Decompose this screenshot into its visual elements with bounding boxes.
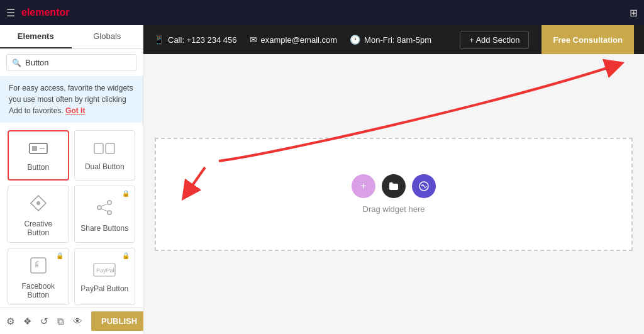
button-widget-label: Button — [27, 163, 49, 172]
top-bar: ☰ elementor ⊞ — [0, 0, 644, 25]
creative-button-label: Creative Button — [13, 220, 64, 237]
app-container: ☰ elementor ⊞ Elements Globals 🔍 For eas… — [0, 0, 644, 334]
canvas-area: + Drag widget he — [143, 54, 644, 334]
drag-controls: + — [352, 174, 436, 198]
drag-text: Drag widget here — [363, 204, 425, 214]
layers-icon[interactable]: ❖ — [23, 316, 31, 327]
search-input[interactable] — [25, 58, 131, 67]
responsive-icon[interactable]: ⧉ — [57, 316, 64, 327]
facebook-button-icon — [30, 257, 47, 278]
button-widget-icon — [29, 142, 48, 159]
search-box: 🔍 — [6, 54, 136, 71]
publish-button[interactable]: PUBLISH — [91, 311, 147, 331]
email-icon: ✉ — [250, 35, 257, 45]
sidebar-tabs: Elements Globals — [0, 25, 143, 49]
hours-text: Mon-Fri: 8am-5pm — [364, 35, 431, 45]
svg-point-7 — [97, 206, 101, 209]
search-icon: 🔍 — [12, 58, 21, 67]
tab-elements[interactable]: Elements — [0, 25, 72, 48]
phone-text: Call: +123 234 456 — [168, 35, 237, 45]
svg-point-6 — [108, 201, 111, 204]
elementor-logo: elementor — [21, 7, 69, 18]
creative-button-icon — [30, 194, 47, 216]
dual-button-label: Dual Button — [85, 162, 125, 171]
svg-point-8 — [108, 211, 111, 214]
share-buttons-icon — [96, 199, 113, 220]
svg-line-10 — [101, 209, 108, 211]
widget-creative-button[interactable]: Creative Button — [8, 186, 69, 243]
svg-line-9 — [101, 204, 108, 206]
element-button[interactable] — [412, 174, 436, 198]
hamburger-icon[interactable]: ☰ — [6, 7, 15, 19]
facebook-button-lock-icon: 🔒 — [56, 252, 64, 259]
folder-button[interactable] — [382, 174, 406, 198]
hint-box: For easy access, favorite the widgets yo… — [0, 76, 143, 123]
widget-paypal-button[interactable]: 🔒 PayPal PayPal Button — [74, 248, 136, 305]
svg-rect-4 — [106, 143, 114, 153]
sidebar: Elements Globals 🔍 For easy access, favo… — [0, 25, 143, 334]
paypal-button-label: PayPal Button — [80, 284, 128, 293]
bottom-bar: ⚙ ❖ ↺ ⧉ 👁 PUBLISH ▲ — [0, 308, 143, 334]
facebook-button-label: Facebook Button — [13, 282, 64, 299]
paypal-button-icon: PayPal — [93, 263, 116, 281]
preview-header: 📱 Call: +123 234 456 ✉ example@email.com… — [143, 25, 644, 54]
widget-dual-button[interactable]: Dual Button — [74, 130, 136, 181]
dual-button-widget-icon — [94, 142, 115, 159]
canvas-inner: + Drag widget he — [155, 138, 633, 251]
clock-icon: 🕐 — [350, 35, 360, 45]
widget-button[interactable]: Button — [8, 130, 69, 181]
widget-facebook-button[interactable]: 🔒 Facebook Button — [8, 248, 69, 305]
canvas-container: 📱 Call: +123 234 456 ✉ example@email.com… — [143, 25, 644, 334]
add-section-button[interactable]: + Add Section — [460, 31, 530, 49]
email-text: example@email.com — [261, 35, 338, 45]
main-area: Elements Globals 🔍 For easy access, favo… — [0, 25, 644, 334]
settings-icon[interactable]: ⚙ — [6, 316, 14, 327]
paypal-button-lock-icon: 🔒 — [122, 252, 130, 259]
share-buttons-lock-icon: 🔒 — [122, 190, 130, 197]
svg-text:PayPal: PayPal — [96, 267, 114, 274]
grid-icon[interactable]: ⊞ — [630, 7, 638, 19]
share-buttons-label: Share Buttons — [80, 224, 128, 233]
tab-globals[interactable]: Globals — [72, 25, 143, 48]
free-consultation-button[interactable]: Free Consultation — [541, 25, 634, 54]
svg-rect-1 — [32, 146, 37, 151]
svg-rect-3 — [94, 143, 103, 153]
svg-rect-11 — [31, 258, 46, 273]
widget-share-buttons[interactable]: 🔒 Share Buttons — [74, 186, 136, 243]
widget-grid: Button Dual Button — [0, 128, 143, 308]
phone-item: 📱 Call: +123 234 456 — [153, 35, 237, 45]
hours-item: 🕐 Mon-Fri: 8am-5pm — [350, 35, 431, 45]
got-it-link[interactable]: Got It — [65, 106, 85, 115]
preview-icon[interactable]: 👁 — [73, 316, 82, 326]
add-widget-button[interactable]: + — [352, 174, 375, 198]
email-item: ✉ example@email.com — [250, 35, 338, 45]
phone-icon: 📱 — [153, 35, 164, 45]
svg-point-5 — [36, 201, 40, 205]
history-icon[interactable]: ↺ — [40, 316, 48, 327]
